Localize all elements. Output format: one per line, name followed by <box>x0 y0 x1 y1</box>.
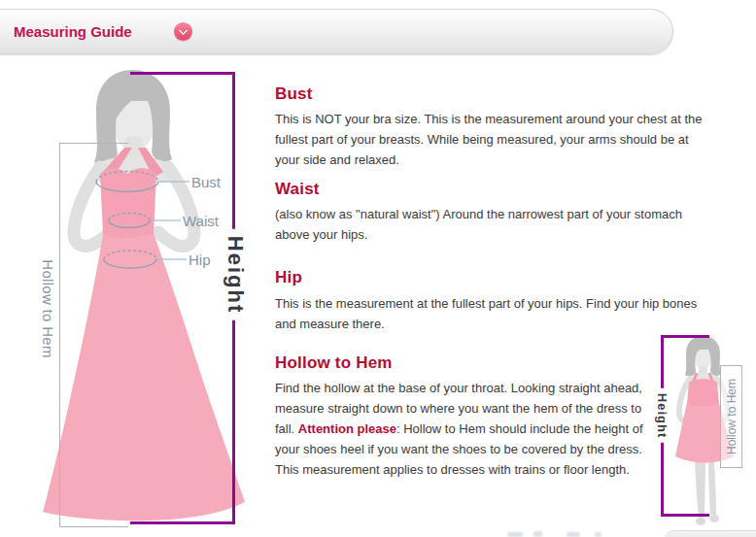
small-figure-right-foot <box>709 515 719 522</box>
hip-callout-label: Hip <box>189 252 211 268</box>
hip-section-heading: Hip <box>275 268 302 287</box>
small-figure-left-foot <box>696 518 705 525</box>
page-title: Measuring Guide <box>14 10 132 53</box>
small-height-label: Height <box>655 388 670 443</box>
measuring-guide-page: Measuring Guide Height <box>0 0 756 537</box>
waist-callout-label: Waist <box>183 213 219 229</box>
cutoff-artifact <box>567 532 580 537</box>
hollow-to-hem-label: Hollow to Hem <box>40 259 56 357</box>
bust-callout-label: Bust <box>191 174 221 190</box>
hollow-to-hem-section-heading: Hollow to Hem <box>275 353 393 373</box>
small-figure-right-leg <box>708 461 716 515</box>
hollow-to-hem-bracket <box>59 143 128 527</box>
small-hollow-to-hem-label: Hollow to Hem <box>725 379 739 454</box>
measuring-guide-header[interactable]: Measuring Guide <box>0 9 673 54</box>
hollow-to-hem-section-text: Find the hollow at the base of your thro… <box>275 378 652 480</box>
waist-section-heading: Waist <box>275 180 320 199</box>
attention-please-label: Attention please <box>298 421 396 436</box>
height-bracket <box>130 72 235 524</box>
chevron-down-icon <box>179 25 189 35</box>
height-label: Height <box>223 229 248 320</box>
cutoff-artifact <box>533 531 542 537</box>
waist-section-text: (also know as "natural waist") Around th… <box>275 204 714 245</box>
collapse-toggle-button[interactable] <box>174 22 192 41</box>
cutoff-artifact <box>595 532 601 537</box>
bust-section-heading: Bust <box>275 84 313 104</box>
bust-section-text: This is NOT your bra size. This is the m… <box>275 109 714 170</box>
cutoff-artifact <box>507 532 523 537</box>
